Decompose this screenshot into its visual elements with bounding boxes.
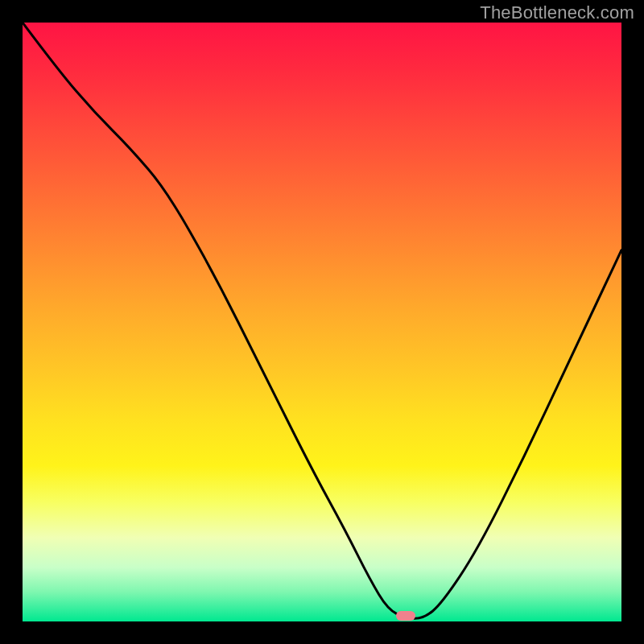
watermark-text: TheBottleneck.com xyxy=(480,2,634,23)
plot-area xyxy=(23,23,621,621)
chart-frame: TheBottleneck.com xyxy=(0,0,644,644)
bottleneck-curve xyxy=(23,23,621,621)
bottleneck-curve-path xyxy=(23,23,621,618)
optimum-marker xyxy=(396,611,415,621)
